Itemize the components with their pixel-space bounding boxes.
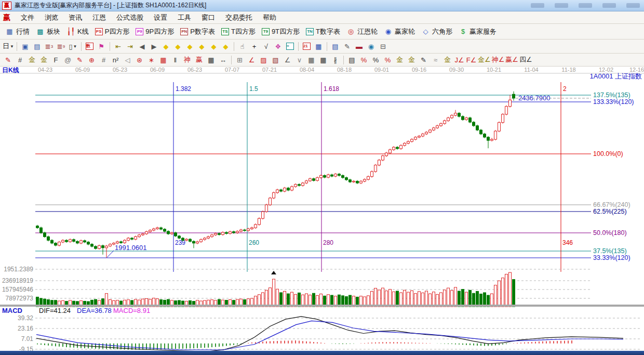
kline-3-columns-icon[interactable]: ≣3 xyxy=(44,42,55,51)
color-histogram-icon[interactable]: ⚑ xyxy=(96,42,107,51)
menu-item-3[interactable]: 资讯 xyxy=(63,12,87,23)
diamond-compress-icon[interactable]: ◆ xyxy=(196,42,207,51)
door-window-icon[interactable]: ⊞ xyxy=(234,55,245,65)
candle-style-dropdown[interactable]: ▯▼ xyxy=(68,42,78,51)
t-square-button[interactable]: TST四方形 xyxy=(218,26,259,37)
parallel-lines-icon[interactable]: ∦ xyxy=(330,55,341,65)
hexagon-button[interactable]: ◇六角形 xyxy=(418,26,455,37)
menu-item-6[interactable]: 设置 xyxy=(149,12,172,23)
percent-table-icon[interactable]: ▤ xyxy=(346,55,357,65)
fibonacci-f-icon[interactable]: F xyxy=(50,55,61,65)
calculator-icon[interactable]: ▦ xyxy=(313,42,324,51)
winner-service-button[interactable]: $赢家服务 xyxy=(455,26,500,37)
spreadsheet-icon[interactable]: ▤ xyxy=(330,42,341,51)
wave-link-icon[interactable]: ≈ xyxy=(430,55,441,65)
n-squared-icon[interactable]: n² xyxy=(110,55,121,65)
last-page-icon[interactable]: ⇥ xyxy=(125,42,136,51)
9t-square-button[interactable]: T99T四方形 xyxy=(259,26,303,37)
red-formula-icon[interactable]: 数 xyxy=(84,42,95,51)
si-angle-icon[interactable]: 四∠ xyxy=(519,55,532,65)
web-globe-icon[interactable]: ◉ xyxy=(366,42,377,51)
quotes-button[interactable]: ▦行情 xyxy=(2,26,33,37)
diamond-full-icon[interactable]: ◆ xyxy=(220,42,231,51)
gann-grid-icon[interactable]: # xyxy=(15,55,25,65)
square-grid1-icon[interactable]: ▦ xyxy=(306,55,317,65)
gold-angle-icon[interactable]: 金∠ xyxy=(478,55,491,65)
print-icon[interactable]: ⊟ xyxy=(378,42,388,51)
pink-gann-tool-icon[interactable]: ❖ xyxy=(273,42,284,51)
diag-grid2-icon[interactable]: ▧ xyxy=(270,55,281,65)
shen-tool-icon[interactable]: 神 xyxy=(182,55,193,65)
menu-item-2[interactable]: 浏览 xyxy=(39,12,63,23)
stock-info-icon[interactable]: ▤ xyxy=(32,42,43,51)
menu-item-7[interactable]: 工具 xyxy=(172,12,196,23)
gold-line-tool2-icon[interactable]: 金 xyxy=(38,55,49,65)
menu-item-1[interactable]: 文件 xyxy=(16,12,39,23)
percent-line-red-icon[interactable]: % xyxy=(358,55,369,65)
diamond-fit-icon[interactable]: ◆ xyxy=(208,42,219,51)
next-arrow-icon[interactable]: ▶ xyxy=(149,42,159,51)
gold-line-tool1-icon[interactable]: 金 xyxy=(26,55,37,65)
percent-baseline-icon[interactable]: % xyxy=(382,55,393,65)
save-icon[interactable]: ▬ xyxy=(354,42,365,51)
period-day-dropdown[interactable]: 日▼ xyxy=(3,42,14,51)
shen-angle-icon[interactable]: 神∠ xyxy=(492,55,505,65)
red-web-grid-icon[interactable]: ▦ xyxy=(158,55,169,65)
diamond-scroll-left-icon[interactable]: ◆ xyxy=(160,42,171,51)
kline-9-columns-icon[interactable]: ≣9 xyxy=(56,42,66,51)
dense-grid-icon[interactable]: # xyxy=(98,55,109,65)
f-angle-icon[interactable]: F∠ xyxy=(466,55,477,65)
zigzag-icon[interactable]: ∨ xyxy=(294,55,305,65)
spiral-icon[interactable]: @ xyxy=(62,55,73,65)
gold-circle-icon[interactable]: 金 xyxy=(394,55,405,65)
ying-angle-icon[interactable]: 赢∠ xyxy=(505,55,518,65)
teal-scribble-icon[interactable]: ≈ xyxy=(285,42,296,51)
chart-area[interactable]: 04-2305-0905-2306-0906-2307-0707-2108-04… xyxy=(0,67,644,351)
pencil-tool-icon[interactable]: ✎ xyxy=(3,55,14,65)
circle-cross-icon[interactable]: ⊕ xyxy=(86,55,97,65)
volume-bar xyxy=(400,293,403,307)
9p-square-button[interactable]: P99P四方形 xyxy=(132,26,177,37)
two-angle-icon[interactable]: ∠ xyxy=(282,55,293,65)
sectors-button[interactable]: ▩板块 xyxy=(33,26,63,37)
menu-item-4[interactable]: 江恩 xyxy=(87,12,111,23)
t-number-table-button[interactable]: TNT数字表 xyxy=(303,26,343,37)
gann-network-icon[interactable]: ▣ xyxy=(20,42,31,51)
diamond-scroll-right-icon[interactable]: ◆ xyxy=(172,42,183,51)
p-square-button[interactable]: PSP四方形 xyxy=(92,26,133,37)
diamond-expand-icon[interactable]: ◆ xyxy=(184,42,195,51)
ying-tool-icon[interactable]: 赢 xyxy=(194,55,205,65)
pen-icon[interactable]: ✎ xyxy=(418,55,429,65)
gann-wheel-button[interactable]: ◎江恩轮 xyxy=(343,26,381,37)
crosshair-icon[interactable]: + xyxy=(249,42,260,51)
prev-arrow-icon[interactable]: ◀ xyxy=(137,42,147,51)
tick-marks-icon[interactable]: ‖ xyxy=(170,55,181,65)
kline-chart-svg[interactable]: 04-2305-0905-2306-0906-2307-0707-2108-04… xyxy=(0,67,644,351)
winner-wheel-button[interactable]: ◉赢家轮 xyxy=(381,26,418,37)
menu-item-8[interactable]: 窗口 xyxy=(196,12,220,23)
p-number-table-button[interactable]: PNP数字表 xyxy=(177,26,218,37)
percent-icon[interactable]: % xyxy=(370,55,381,65)
pencil-angle-icon[interactable]: ✎ xyxy=(74,55,85,65)
width-measure-icon[interactable]: ↔ xyxy=(218,55,229,65)
compass-icon[interactable]: ⊛ xyxy=(134,55,145,65)
square-grid2-icon[interactable]: ▦ xyxy=(318,55,329,65)
menu-item-5[interactable]: 公式选股 xyxy=(111,12,149,23)
mirror-angle-icon[interactable]: ◁ xyxy=(122,55,133,65)
calendar-21-icon[interactable]: 21 xyxy=(301,42,312,51)
number-grid-icon[interactable]: ▦ xyxy=(206,55,217,65)
hand-drag-icon[interactable]: ☝ xyxy=(237,42,248,51)
title-bar[interactable]: 赢 赢家江恩专业版[赢家内部服务平台] - [上证指数 SH1A0001-162… xyxy=(0,0,644,11)
menu-item-9[interactable]: 交易委托 xyxy=(220,12,258,23)
rays-fan-icon[interactable]: ∠ xyxy=(246,55,257,65)
gold-lines2-icon[interactable]: 金 xyxy=(442,55,453,65)
elastic-line-icon[interactable]: √ xyxy=(261,42,272,51)
j-angle-icon[interactable]: J∠ xyxy=(454,55,465,65)
radial-rays-icon[interactable]: ∗ xyxy=(146,55,157,65)
first-page-icon[interactable]: ⇤ xyxy=(113,42,124,51)
diag-grid1-icon[interactable]: ▨ xyxy=(258,55,269,65)
kline-button[interactable]: ╽╿K线 xyxy=(63,26,92,37)
gold-lines-icon[interactable]: 金 xyxy=(406,55,417,65)
notepad-icon[interactable]: ✎ xyxy=(342,42,353,51)
menu-item-10[interactable]: 帮助 xyxy=(258,12,281,23)
